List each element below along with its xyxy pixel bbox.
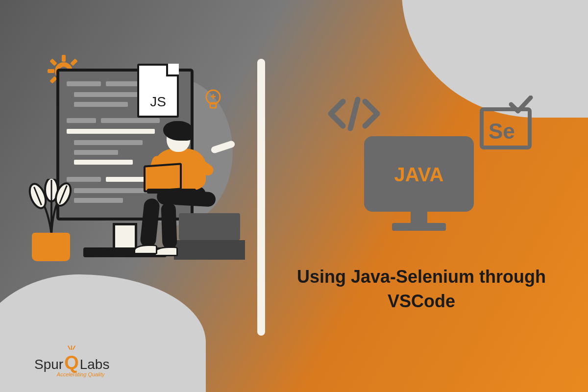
svg-rect-6 xyxy=(70,58,78,66)
svg-rect-3 xyxy=(48,69,54,73)
plant-pot xyxy=(32,233,70,261)
bench-base xyxy=(174,240,245,260)
svg-rect-11 xyxy=(210,103,216,108)
vertical-divider xyxy=(257,59,265,336)
svg-rect-25 xyxy=(392,223,446,231)
developer-illustration: JS xyxy=(27,49,233,284)
code-brackets-icon xyxy=(326,96,382,132)
bench-seat xyxy=(179,213,240,240)
logo-accent-letter: Q xyxy=(64,352,79,373)
js-file-label: JS xyxy=(139,94,177,110)
logo-sparks-icon xyxy=(69,345,74,350)
spurqlabs-logo: Spur Q Labs Accelerating Quality xyxy=(34,352,109,377)
lightbulb-icon xyxy=(203,88,223,113)
page-title: Using Java-Selenium through VSCode xyxy=(279,265,564,314)
logo-prefix: Spur xyxy=(34,357,63,372)
java-monitor-label: JAVA xyxy=(394,164,444,185)
monitor-stand xyxy=(113,223,137,250)
selenium-icon: Se xyxy=(478,96,534,152)
svg-rect-24 xyxy=(411,208,427,224)
selenium-label: Se xyxy=(489,119,515,143)
js-file-icon: JS xyxy=(137,64,179,118)
svg-rect-1 xyxy=(62,55,66,62)
logo-suffix: Labs xyxy=(80,357,110,372)
svg-rect-5 xyxy=(49,58,57,66)
svg-line-20 xyxy=(350,99,358,128)
plant-illustration xyxy=(27,179,76,238)
java-monitor-icon: JAVA xyxy=(363,135,475,238)
